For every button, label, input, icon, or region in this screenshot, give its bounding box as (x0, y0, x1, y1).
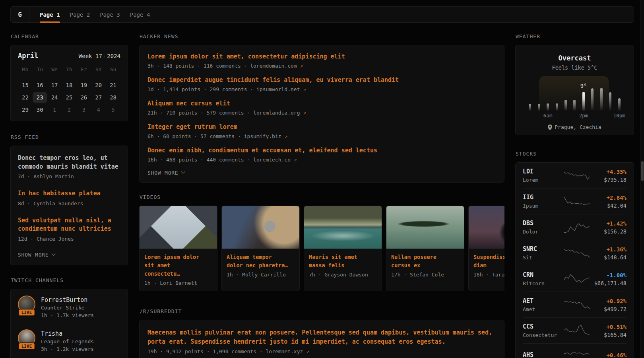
chevron-down-icon (52, 251, 56, 255)
weather-widget: Overcast Feels like 5°C 9° 6am2pm10pm Pr… (515, 45, 634, 135)
stock-change: +1.42% (604, 220, 627, 227)
stock-change: +0.46% (606, 352, 627, 358)
weekday-label: We (47, 65, 62, 74)
video-thumbnail[interactable] (386, 206, 464, 249)
page-scrollbar[interactable] (640, 0, 644, 358)
calendar-day: 25 (62, 92, 76, 103)
videos-carousel: Lorem ipsum dolor sit amet consectetu… 1… (139, 206, 504, 291)
stock-ticker[interactable]: DBS (523, 220, 563, 227)
external-link-icon[interactable]: ↗ (300, 63, 303, 69)
video-title[interactable]: Nullam posuere cursus ex (391, 253, 454, 270)
tab-page-3[interactable]: Page 3 (100, 7, 120, 22)
hn-item-title[interactable]: Integer eget rutrum lorem (147, 123, 496, 131)
external-link-icon[interactable]: ↗ (284, 133, 287, 139)
calendar-day-next-month: 2 (62, 104, 76, 115)
stock-name: Bitcorn (523, 280, 563, 287)
video-card[interactable]: Mauris sit amet massa felis 7h · Grayson… (304, 206, 382, 291)
stock-row[interactable]: AHS +0.46% (523, 343, 627, 358)
weather-section-label: WEATHER (516, 34, 634, 39)
left-column: CALENDAR April Week 17·2024 Mo Tu We Th … (10, 34, 128, 358)
hn-item-title[interactable]: Donec enim nibh, condimentum et accumsan… (147, 146, 496, 154)
stock-row[interactable]: IIGIpsum +2.84%$42.04 (523, 188, 627, 214)
stock-ticker[interactable]: AHS (523, 351, 563, 358)
stock-ticker[interactable]: IIG (523, 194, 563, 201)
tab-page-4[interactable]: Page 4 (130, 7, 150, 22)
video-title[interactable]: Suspendisse diam (473, 253, 504, 270)
stock-row[interactable]: CCSConsectetur +0.51%$165.84 (523, 317, 627, 343)
stock-ticker[interactable]: AET (523, 297, 563, 305)
rss-item-title[interactable]: Donec tempor eros leo, ut commodo mauris… (18, 154, 120, 171)
video-thumbnail[interactable] (304, 206, 382, 249)
current-temperature-label: 9° (580, 83, 587, 89)
live-badge: LIVE (18, 309, 35, 316)
stock-row[interactable]: CRNBitcorn -1.00%$66,171.48 (523, 266, 627, 292)
middle-column: HACKER NEWS Lorem ipsum dolor sit amet, … (139, 34, 504, 358)
stock-row[interactable]: SNRCSit +1.36%$148.64 (523, 240, 627, 266)
time-axis-label: 10pm (613, 113, 625, 119)
external-link-icon[interactable]: ↗ (303, 86, 306, 92)
weekday-label: Mo (18, 65, 33, 74)
video-title[interactable]: Lorem ipsum dolor sit amet consectetu… (144, 253, 208, 278)
video-title[interactable]: Mauris sit amet massa felis (309, 253, 372, 270)
twitch-channel-row[interactable]: LIVE ForrestBurton Counter-Strike 1h · 1… (18, 296, 120, 319)
stock-ticker[interactable]: CCS (523, 323, 563, 331)
stock-sparkline (563, 221, 590, 234)
weather-feels-like: Feels like 5°C (516, 64, 634, 71)
rss-show-more-button[interactable]: SHOW MORE (18, 252, 120, 258)
video-thumbnail[interactable] (222, 206, 299, 249)
hacker-news-section-label: HACKER NEWS (140, 34, 504, 39)
stock-row[interactable]: AETAmet +0.92%$499.72 (523, 292, 627, 317)
external-link-icon[interactable]: ↗ (303, 110, 306, 116)
video-thumbnail[interactable] (469, 206, 504, 249)
rss-item-meta: 8d · Cynthia Saunders (18, 200, 120, 207)
tab-page-1[interactable]: Page 1 (40, 7, 60, 22)
hn-item-title[interactable]: Aliquam nec cursus elit (147, 99, 496, 107)
channel-name[interactable]: Trisha (41, 330, 94, 338)
video-card[interactable]: Lorem ipsum dolor sit amet consectetu… 1… (139, 206, 217, 291)
video-thumbnail[interactable] (140, 206, 217, 249)
twitch-widget: LIVE ForrestBurton Counter-Strike 1h · 1… (10, 289, 128, 358)
stock-ticker[interactable]: SNRC (523, 245, 563, 253)
stock-row[interactable]: DBSDolor +1.42%$156.28 (523, 214, 627, 240)
channel-category[interactable]: Counter-Strike (41, 304, 94, 311)
calendar-day: 16 (33, 80, 47, 91)
video-card[interactable]: Suspendisse diam 18h · Tara (468, 206, 504, 291)
video-card[interactable]: Aliquam tempor dolor nec pharetra… 1h · … (221, 206, 300, 291)
channel-category[interactable]: League of Legends (41, 338, 94, 345)
subreddit-section-label: /R/SUBREDDIT (140, 309, 504, 314)
stock-sparkline (563, 272, 590, 286)
video-card[interactable]: Nullam posuere cursus ex 17h · Stefan Co… (386, 206, 464, 291)
rss-item-title[interactable]: In hac habitasse platea (18, 189, 120, 198)
tab-page-2[interactable]: Page 2 (70, 7, 90, 22)
external-link-icon[interactable]: ↗ (294, 157, 297, 163)
calendar-day-selected: 23 (33, 92, 47, 103)
app-logo[interactable]: G (11, 7, 29, 22)
calendar-day: 15 (18, 80, 32, 91)
calendar-day: 18 (62, 80, 76, 91)
video-title[interactable]: Aliquam tempor dolor nec pharetra… (227, 253, 290, 270)
reddit-post-title[interactable]: Maecenas mollis pulvinar erat non posuer… (147, 328, 496, 346)
stock-ticker[interactable]: CRN (523, 271, 563, 279)
weather-bar (600, 88, 603, 111)
hn-item: Lorem ipsum dolor sit amet, consectetur … (147, 53, 496, 69)
weekday-label: Tu (33, 65, 47, 74)
scrollbar-thumb[interactable] (641, 161, 644, 181)
calendar-day: 19 (77, 80, 91, 91)
hn-show-more-button[interactable]: SHOW MORE (147, 170, 496, 176)
stock-sparkline (563, 247, 590, 260)
hn-item-title[interactable]: Donec imperdiet augue tincidunt felis al… (147, 76, 496, 84)
hn-item-title[interactable]: Lorem ipsum dolor sit amet, consectetur … (147, 53, 496, 60)
weather-condition: Overcast (516, 54, 634, 62)
hn-item: Donec imperdiet augue tincidunt felis al… (147, 76, 496, 93)
stock-ticker[interactable]: LDI (523, 168, 563, 175)
reddit-post-meta: 19h · 9,932 points · 1,090 comments · lo… (147, 348, 496, 354)
weekday-label: Th (62, 65, 77, 74)
channel-name[interactable]: ForrestBurton (41, 296, 94, 304)
rss-item: In hac habitasse platea 8d · Cynthia Sau… (18, 189, 120, 207)
stock-sparkline (563, 324, 590, 338)
rss-item-title[interactable]: Sed volutpat nulla nisl, a condimentum n… (18, 216, 120, 233)
twitch-channel-row[interactable]: LIVE Trisha League of Legends 3h · 1.2k … (18, 329, 120, 353)
calendar-week: Week 17·2024 (79, 53, 120, 59)
stock-row[interactable]: LDILorem +4.35%$795.18 (523, 163, 627, 188)
external-link-icon[interactable]: ↗ (306, 348, 309, 354)
